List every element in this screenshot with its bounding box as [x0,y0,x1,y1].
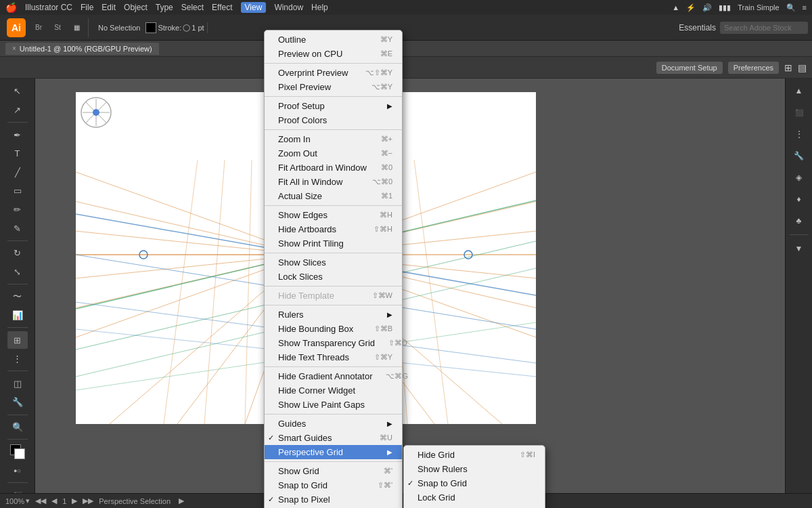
toolbar-tab-st[interactable]: St [49,19,66,37]
right-panel-btn4[interactable]: ◈ [790,168,809,187]
right-panel-btn3[interactable]: 🔧 [790,146,809,165]
menu-view[interactable]: View [241,2,267,13]
background-color[interactable] [14,448,25,459]
menu-pixel-preview[interactable]: Pixel Preview ⌥⌘Y [265,80,402,94]
menu-actual-size[interactable]: Actual Size ⌘1 [265,189,402,203]
menu-hide-text-threads[interactable]: Hide Text Threads ⇧⌘Y [265,350,402,364]
rotate-tool[interactable]: ↻ [7,245,28,262]
rect-tool[interactable]: ▭ [7,182,28,200]
apple-icon[interactable]: 🍎 [5,2,17,13]
menu-show-grid-label: Show Grid [278,466,319,476]
menu-overprint[interactable]: Overprint Preview ⌥⇧⌘Y [265,66,402,80]
menu-guides[interactable]: Guides ▶ [265,417,402,431]
menu-preview-cpu[interactable]: Preview on CPU ⌘E [265,47,402,61]
menu-fit-artboard[interactable]: Fit Artboard in Window ⌘0 [265,161,402,175]
menu-effect[interactable]: Effect [212,3,232,12]
graph-tool[interactable]: 📊 [7,307,28,324]
submenu-snap-to-grid[interactable]: ✓ Snap to Grid [404,476,545,490]
menu-window[interactable]: Window [274,3,303,12]
menu-type[interactable]: Type [156,3,173,12]
menu-help[interactable]: Help [311,3,328,12]
warp-tool[interactable]: 〜 [7,288,28,305]
menu-zoom-in[interactable]: Zoom In ⌘+ [265,132,402,146]
paintbrush-tool[interactable]: ✏ [7,201,28,219]
menu-zoom-in-label: Zoom In [278,134,311,144]
menu-show-live-paint-gaps[interactable]: Show Live Paint Gaps [265,398,402,412]
menu-icon[interactable]: ≡ [803,3,807,12]
menu-file[interactable]: File [81,3,93,12]
perspective-tool[interactable]: ⊞ [7,331,28,349]
menu-proof-colors[interactable]: Proof Colors [265,113,402,127]
menu-edit[interactable]: Edit [102,3,116,12]
menu-hide-template[interactable]: Hide Template ⇧⌘W [265,289,402,303]
essentials-label[interactable]: Essentials [679,23,716,33]
mesh-tool[interactable]: ⋮ [7,350,28,368]
menu-outline[interactable]: Outline ⌘Y [265,33,402,47]
zoom-tool[interactable]: 🔍 [7,419,28,436]
direct-select-tool[interactable]: ↗ [7,102,28,119]
color-mode-icons[interactable]: ●○ [7,462,28,480]
type-tool[interactable]: T [7,145,28,163]
right-panel-arrow-down[interactable]: ▼ [790,239,809,258]
document-setup-button[interactable]: Document Setup [656,62,723,74]
nav-prev[interactable]: ◀◀ [35,496,46,505]
right-panel-btn5[interactable]: ♦ [790,190,809,209]
color-swatches[interactable] [9,443,26,461]
line-tool[interactable]: ╱ [7,163,28,181]
submenu-show-rulers[interactable]: Show Rulers [404,462,545,476]
menu-smart-guides-label: Smart Guides [278,433,332,443]
menu-show-edges[interactable]: Show Edges ⌘H [265,208,402,222]
right-panel-btn6[interactable]: ♣ [790,211,809,230]
search-stock-input[interactable] [720,22,808,34]
menu-smart-guides[interactable]: ✓ Smart Guides ⌘U [265,431,402,445]
menu-proof-setup[interactable]: Proof Setup ▶ [265,99,402,113]
menu-select[interactable]: Select [181,3,204,12]
view-menu[interactable]: Outline ⌘Y Preview on CPU ⌘E Overprint P… [264,30,403,508]
eyedropper-tool[interactable]: 🔧 [7,394,28,411]
tab-close-button[interactable]: × [12,45,16,52]
preferences-button[interactable]: Preferences [728,62,779,74]
svg-point-45 [93,109,99,116]
menu-show-grid[interactable]: Show Grid ⌘' [265,464,402,478]
menu-rulers[interactable]: Rulers ▶ [265,308,402,322]
pen-tool[interactable]: ✒ [7,126,28,144]
menu-show-slices[interactable]: Show Slices [265,255,402,270]
menu-snap-to-grid[interactable]: Snap to Grid ⇧⌘' [265,478,402,492]
perspective-widget[interactable] [79,96,113,129]
nav-back[interactable]: ◀ [51,496,57,505]
menu-show-print-tiling[interactable]: Show Print Tiling [265,236,402,251]
toolbar-tab-switcher[interactable]: Br [30,19,47,37]
spotlight-icon[interactable]: 🔍 [786,3,796,12]
menu-object[interactable]: Object [124,3,148,12]
zoom-control[interactable]: 100% ▾ [5,496,30,505]
menu-hide-corner-widget[interactable]: Hide Corner Widget [265,383,402,398]
zoom-down-icon[interactable]: ▾ [26,496,30,505]
fill-swatch[interactable] [145,22,156,33]
submenu-lock-station-point[interactable]: Lock Station Point [404,505,545,508]
toolbar-view-options[interactable]: ▦ [68,19,85,37]
submenu-lock-grid[interactable]: Lock Grid [404,490,545,505]
menu-fit-all[interactable]: Fit All in Window ⌥⌘0 [265,175,402,189]
menu-snap-to-pixel[interactable]: ✓ Snap to Pixel [265,492,402,507]
perspective-submenu[interactable]: Hide Grid ⇧⌘I Show Rulers ✓ Snap to Grid… [403,445,545,508]
menu-show-transparency-grid[interactable]: Show Transparency Grid ⇧⌘D [265,336,402,350]
menu-hide-artboards[interactable]: Hide Artboards ⇧⌘H [265,222,402,236]
doc-tab[interactable]: × Untitled-1 @ 100% (RGB/GPU Preview) [5,43,159,55]
nav-next[interactable]: ▶▶ [83,496,93,505]
pencil-tool[interactable]: ✎ [7,219,28,237]
menu-hide-bounding-box[interactable]: Hide Bounding Box ⇧⌘B [265,322,402,336]
right-panel-btn1[interactable]: ⬛ [790,103,809,122]
arrange-icon[interactable]: ⊞ [784,62,792,73]
menu-lock-slices[interactable]: Lock Slices [265,270,402,284]
menu-hide-gradient-annotator[interactable]: Hide Gradient Annotator ⌥⌘G [265,369,402,383]
menu-zoom-out[interactable]: Zoom Out ⌘− [265,146,402,161]
right-panel-btn2[interactable]: ⋮ [790,125,809,144]
select-tool[interactable]: ↖ [7,83,28,100]
right-panel-arrow-up[interactable]: ▲ [790,81,809,100]
arrange2-icon[interactable]: ▤ [798,62,807,73]
scale-tool[interactable]: ⤡ [7,263,28,280]
gradient-tool[interactable]: ◫ [7,375,28,392]
submenu-hide-grid[interactable]: Hide Grid ⇧⌘I [404,448,545,462]
nav-forward[interactable]: ▶ [72,496,77,505]
menu-perspective-grid[interactable]: Perspective Grid ▶ Hide Grid ⇧⌘I Show Ru… [265,445,402,459]
